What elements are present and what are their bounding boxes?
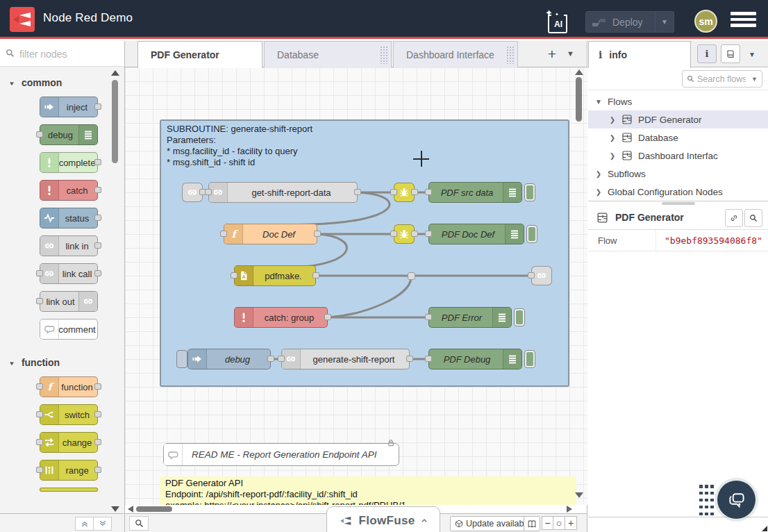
- comment-node-readme[interactable]: READ ME - Report Generation Endpoint API: [163, 443, 399, 466]
- input-port[interactable]: [36, 298, 43, 304]
- tab-pdf-generator[interactable]: PDF Generator: [137, 41, 262, 68]
- inject-trigger-button[interactable]: [176, 350, 187, 368]
- output-port[interactable]: [354, 189, 361, 195]
- search-flows-box[interactable]: ▼: [682, 70, 762, 88]
- ai-assistant-button[interactable]: ✦ ✦ AI: [545, 10, 567, 33]
- input-port[interactable]: [205, 189, 212, 195]
- palette-node-switch[interactable]: switch: [40, 404, 98, 425]
- palette-scrollbar-thumb[interactable]: [112, 80, 118, 163]
- search-button[interactable]: [744, 209, 762, 227]
- palette-node-link-out[interactable]: link out: [40, 291, 98, 312]
- flow-node-catch-group[interactable]: catch: group: [234, 307, 328, 328]
- sidebar-splitter[interactable]: [588, 201, 768, 206]
- output-port[interactable]: [312, 272, 319, 279]
- palette-node-change[interactable]: change: [40, 432, 98, 453]
- output-port[interactable]: [406, 356, 413, 362]
- flow-node-inject-debug[interactable]: debug: [187, 349, 271, 369]
- input-port[interactable]: [425, 356, 432, 362]
- scroll-down-arrow[interactable]: [575, 492, 583, 498]
- zoom-reset-button[interactable]: ○: [553, 516, 565, 530]
- input-port[interactable]: [36, 411, 43, 417]
- output-port[interactable]: [94, 383, 101, 390]
- input-port[interactable]: [528, 272, 535, 279]
- scroll-up-arrow[interactable]: [111, 70, 119, 76]
- flow-node-debug-pdf-src-data[interactable]: PDF src data: [428, 182, 522, 203]
- help-book-button[interactable]: [721, 44, 740, 63]
- tab-info[interactable]: i info: [588, 41, 691, 68]
- palette-node-link-call[interactable]: link call: [40, 263, 98, 284]
- output-port[interactable]: [94, 103, 101, 110]
- palette-node-link-in[interactable]: link in: [40, 235, 98, 256]
- main-menu-button[interactable]: [731, 12, 756, 27]
- palette-filter-input[interactable]: [18, 44, 111, 64]
- tree-item-dashboard-interfac[interactable]: ❯Dashboard Interfac: [588, 147, 768, 165]
- chat-widget-button[interactable]: [717, 481, 756, 519]
- drag-handle-dots[interactable]: [699, 485, 715, 517]
- flowfuse-panel-button[interactable]: FlowFuse: [326, 506, 440, 532]
- flow-node-debug-pdf-error[interactable]: PDF Error: [428, 307, 512, 328]
- input-port[interactable]: [425, 231, 432, 237]
- output-port[interactable]: [94, 215, 101, 221]
- tree-item-global-configuration-nodes[interactable]: ❯Global Configuration Nodes: [588, 183, 768, 201]
- scroll-left-arrow[interactable]: [128, 506, 133, 513]
- input-port[interactable]: [425, 314, 432, 320]
- debug-toggle-button[interactable]: [524, 350, 535, 368]
- input-port[interactable]: [36, 439, 43, 445]
- canvas-vertical-scrollbar[interactable]: [574, 67, 583, 505]
- palette-node-status[interactable]: status: [40, 208, 98, 228]
- debug-toggle-button[interactable]: [514, 308, 525, 326]
- link-button[interactable]: [725, 209, 743, 227]
- input-port[interactable]: [220, 231, 227, 237]
- update-available-button[interactable]: Update available: [450, 516, 535, 531]
- palette-category-function[interactable]: ▼function: [0, 347, 110, 376]
- zoom-in-button[interactable]: +: [565, 516, 577, 530]
- expand-all-button[interactable]: [93, 517, 112, 531]
- output-port[interactable]: [94, 159, 101, 165]
- deploy-button[interactable]: Deploy ▼: [585, 11, 674, 33]
- palette-node-inject[interactable]: inject: [40, 97, 98, 117]
- input-port[interactable]: [390, 231, 397, 237]
- flow-node-debug-pdf-doc-def[interactable]: PDF Doc Def: [428, 224, 524, 244]
- tab-database[interactable]: Database: [264, 41, 392, 67]
- output-port[interactable]: [411, 231, 418, 237]
- flow-node-link-out[interactable]: [531, 266, 552, 285]
- canvas-search-button[interactable]: [129, 516, 149, 531]
- search-flows-input[interactable]: [697, 74, 746, 84]
- tab-dashboard-interface[interactable]: Dashboard Interface: [393, 41, 518, 67]
- info-tool-button[interactable]: i: [697, 44, 717, 63]
- input-port[interactable]: [36, 467, 43, 473]
- palette-node-debug[interactable]: debug: [40, 124, 98, 145]
- tree-item-pdf-generator[interactable]: ❯PDF Generator: [588, 110, 768, 128]
- output-port[interactable]: [94, 270, 101, 276]
- scroll-right-arrow[interactable]: [567, 506, 572, 513]
- palette-node-catch[interactable]: catch: [40, 180, 98, 201]
- output-port[interactable]: [314, 231, 321, 237]
- input-port[interactable]: [36, 270, 43, 276]
- tree-item-subflows[interactable]: ❯Subflows: [588, 165, 768, 183]
- deploy-caret-button[interactable]: ▼: [655, 12, 674, 32]
- flow-node-debug-sampler-2[interactable]: [394, 224, 415, 244]
- vertical-scrollbar-thumb[interactable]: [576, 77, 582, 122]
- navigator-map-button[interactable]: [524, 516, 540, 531]
- flow-node-pdfmake[interactable]: Apdfmake.: [234, 265, 316, 286]
- flow-node-link-call-generate-shift-report[interactable]: generate-shift-report: [281, 349, 410, 369]
- sidebar-caret-button[interactable]: ▼: [749, 51, 756, 58]
- debug-toggle-button[interactable]: [524, 183, 535, 201]
- horizontal-scrollbar-thumb[interactable]: [136, 506, 172, 512]
- input-port[interactable]: [231, 272, 237, 279]
- output-port[interactable]: [267, 356, 274, 362]
- tree-item-database[interactable]: ❯Database: [588, 128, 768, 147]
- input-port[interactable]: [278, 356, 285, 362]
- palette-scroll-area[interactable]: ▼commoninjectdebugcompletecatchstatuslin…: [0, 67, 110, 513]
- wire-junction[interactable]: [408, 272, 415, 280]
- output-port[interactable]: [94, 242, 101, 249]
- scroll-down-arrow[interactable]: [111, 506, 119, 512]
- flow-node-function-doc-def[interactable]: fDoc Def: [224, 224, 317, 244]
- palette-node-range[interactable]: range: [40, 460, 98, 481]
- debug-toggle-button[interactable]: [526, 225, 537, 243]
- output-port[interactable]: [94, 411, 101, 417]
- input-port[interactable]: [390, 189, 397, 195]
- scroll-up-arrow[interactable]: [575, 69, 583, 75]
- palette-node-function[interactable]: ffunction: [40, 376, 98, 397]
- collapse-all-button[interactable]: [75, 517, 94, 531]
